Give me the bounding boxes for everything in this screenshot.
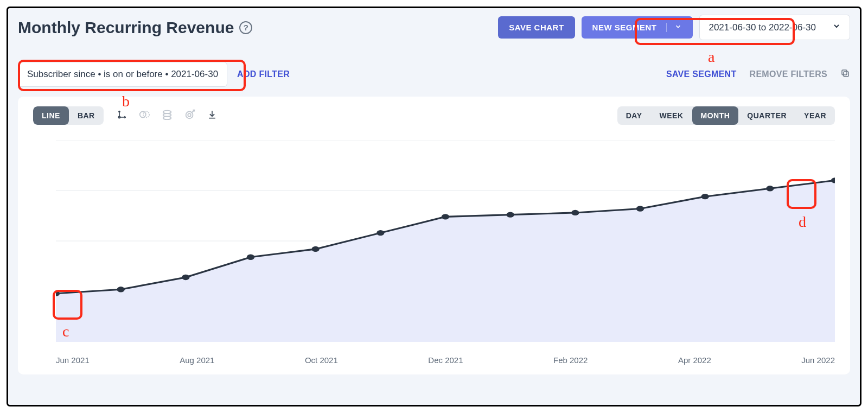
svg-point-24 — [636, 206, 644, 211]
x-axis-tick: Dec 2021 — [428, 355, 463, 365]
circles-icon[interactable] — [138, 109, 150, 123]
filter-right: SAVE SEGMENT REMOVE FILTERS — [666, 68, 850, 80]
x-axis-tick: Jun 2022 — [801, 355, 835, 365]
x-axis-tick: Jun 2021 — [56, 355, 90, 365]
page-title: Monthly Recurring Revenue ? — [18, 18, 252, 37]
svg-point-21 — [442, 214, 449, 219]
chart-type-toggle: LINE BAR — [33, 106, 104, 125]
chart-card: LINE BAR DAY WEEK MONTH QUARTER YEAR — [18, 97, 850, 374]
x-axis-tick: Apr 2022 — [678, 355, 711, 365]
x-axis-tick: Aug 2021 — [180, 355, 214, 365]
new-segment-button[interactable]: NEW SEGMENT — [582, 16, 693, 39]
svg-point-17 — [182, 275, 189, 280]
x-axis-tick: Feb 2022 — [553, 355, 588, 365]
line-chart-svg — [56, 140, 835, 342]
page-title-text: Monthly Recurring Revenue — [18, 18, 234, 37]
svg-point-23 — [571, 210, 579, 215]
granularity-month[interactable]: MONTH — [692, 106, 739, 125]
svg-point-18 — [247, 255, 254, 260]
date-range-picker[interactable]: 2021-06-30 to 2022-06-30 — [699, 15, 850, 40]
filter-left: Subscriber since • is on or before • 202… — [18, 62, 290, 87]
left-tools: LINE BAR — [33, 106, 218, 125]
save-chart-button[interactable]: SAVE CHART — [498, 16, 575, 39]
stack-icon[interactable] — [161, 109, 173, 123]
svg-rect-1 — [842, 70, 847, 75]
header-buttons: SAVE CHART NEW SEGMENT 2021-06-30 to 202… — [498, 15, 850, 40]
add-filter-link[interactable]: ADD FILTER — [237, 69, 290, 79]
svg-point-9 — [188, 113, 191, 117]
granularity-week[interactable]: WEEK — [651, 106, 692, 125]
svg-rect-0 — [844, 72, 848, 77]
granularity-day[interactable]: DAY — [617, 106, 651, 125]
svg-point-19 — [311, 246, 319, 252]
download-icon[interactable] — [207, 109, 218, 122]
svg-point-7 — [163, 117, 171, 120]
target-icon[interactable] — [184, 109, 196, 123]
svg-point-26 — [766, 186, 774, 191]
svg-point-16 — [117, 287, 124, 292]
date-range-text: 2021-06-30 to 2022-06-30 — [709, 22, 816, 33]
svg-point-20 — [376, 230, 384, 236]
svg-point-25 — [701, 194, 709, 199]
axes-icon[interactable] — [117, 109, 127, 122]
save-segment-link[interactable]: SAVE SEGMENT — [666, 69, 737, 79]
x-axis-tick: Oct 2021 — [305, 355, 338, 365]
new-segment-label: NEW SEGMENT — [592, 23, 657, 32]
filter-row: Subscriber since • is on or before • 202… — [18, 62, 850, 87]
chart-toolbar: LINE BAR DAY WEEK MONTH QUARTER YEAR — [33, 106, 835, 125]
remove-filters-link[interactable]: REMOVE FILTERS — [750, 69, 827, 79]
chart-tool-icons — [117, 109, 218, 123]
granularity-toggle: DAY WEEK MONTH QUARTER YEAR — [617, 106, 835, 125]
granularity-quarter[interactable]: QUARTER — [738, 106, 795, 125]
chart-type-line[interactable]: LINE — [33, 106, 69, 125]
plot-area — [56, 140, 835, 342]
dashboard-frame: Monthly Recurring Revenue ? SAVE CHART N… — [7, 7, 861, 406]
help-icon[interactable]: ? — [239, 21, 252, 34]
x-axis-labels: Jun 2021Aug 2021Oct 2021Dec 2021Feb 2022… — [56, 355, 835, 365]
chevron-down-icon — [666, 23, 682, 32]
granularity-year[interactable]: YEAR — [795, 106, 835, 125]
copy-icon[interactable] — [840, 68, 850, 80]
header-row: Monthly Recurring Revenue ? SAVE CHART N… — [18, 15, 850, 40]
chart-type-bar[interactable]: BAR — [69, 106, 104, 125]
chevron-down-icon — [832, 22, 841, 33]
svg-point-22 — [506, 212, 514, 217]
filter-chip[interactable]: Subscriber since • is on or before • 202… — [18, 62, 227, 87]
